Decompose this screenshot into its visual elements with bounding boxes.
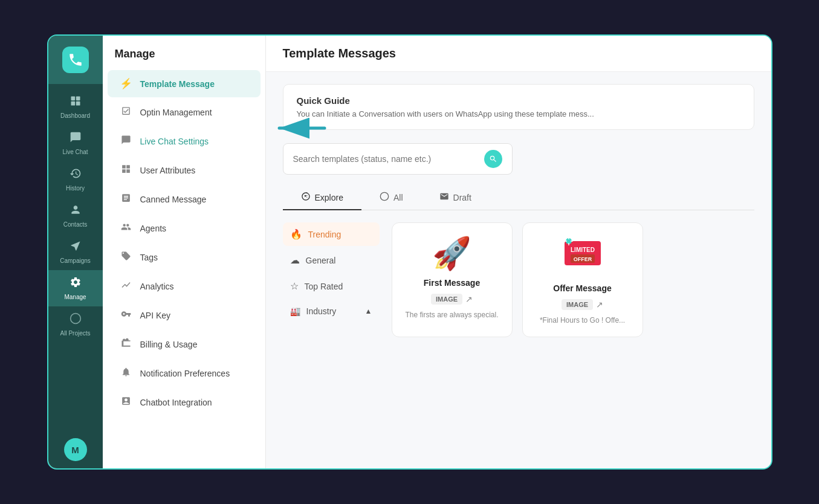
search-button[interactable] [484, 150, 502, 168]
sidebar-item-live-chat[interactable]: Live Chat [48, 125, 103, 161]
quick-guide-title: Quick Guide [297, 95, 740, 106]
tags-label: Tags [140, 253, 158, 262]
optin-icon [120, 106, 133, 119]
contacts-icon [70, 204, 82, 219]
menu-item-notification-prefs[interactable]: Notification Preferences [108, 360, 261, 387]
menu-item-chatbot-integration[interactable]: Chatbot Integration [108, 389, 261, 416]
notification-icon [120, 367, 133, 380]
general-label: General [306, 256, 336, 265]
agents-label: Agents [140, 224, 167, 233]
content-area: Template Messages Quick Guide You can In… [266, 36, 771, 468]
svg-rect-1 [76, 97, 80, 101]
app-logo-icon [62, 47, 89, 73]
template-message-icon: ⚡ [120, 77, 133, 90]
offer-message-link-icon[interactable]: ↗ [596, 300, 603, 309]
tab-explore[interactable]: Explore [283, 186, 361, 210]
filter-general[interactable]: ☁ General [283, 248, 380, 272]
notification-label: Notification Preferences [140, 369, 230, 378]
manage-menu-title: Manage [103, 48, 265, 70]
menu-item-analytics[interactable]: Analytics [108, 273, 261, 300]
campaigns-icon [70, 240, 82, 255]
user-attributes-label: User Attributes [140, 166, 196, 175]
filter-sidebar: 🔥 Trending ☁ General ☆ Top Rated 🏭 [283, 222, 380, 337]
dashboard-label: Dashboard [60, 112, 90, 119]
template-card-offer-message[interactable]: LIMITED OFFER Offer Me [522, 222, 643, 337]
menu-item-canned-message[interactable]: Canned Message [108, 186, 261, 213]
sidebar-logo[interactable] [48, 36, 103, 84]
menu-item-billing-usage[interactable]: Billing & Usage [108, 331, 261, 358]
search-input[interactable] [293, 154, 478, 164]
history-icon [70, 167, 82, 183]
live-chat-icon [70, 131, 82, 146]
sidebar-bottom: M [64, 438, 87, 468]
svg-point-4 [70, 314, 80, 324]
tab-all[interactable]: All [361, 186, 421, 210]
explore-tab-label: Explore [315, 193, 343, 202]
analytics-label: Analytics [140, 282, 174, 291]
svg-text:LIMITED: LIMITED [571, 247, 595, 253]
sidebar-item-contacts[interactable]: Contacts [48, 198, 103, 234]
sidebar-nav: Dashboard Live Chat History Contacts [48, 84, 103, 438]
top-rated-label: Top Rated [305, 282, 343, 291]
sidebar-item-manage[interactable]: Manage [48, 270, 103, 306]
search-bar [283, 143, 513, 175]
templates-section: 🔥 Trending ☁ General ☆ Top Rated 🏭 [283, 222, 754, 337]
offer-message-badge: IMAGE [562, 299, 593, 310]
quick-guide-box: Quick Guide You can Initiate a Conversat… [283, 84, 754, 130]
manage-icon [70, 276, 82, 291]
trending-label: Trending [308, 230, 342, 239]
analytics-icon [120, 280, 133, 293]
draft-tab-label: Draft [453, 193, 471, 202]
menu-item-agents[interactable]: Agents [108, 215, 261, 242]
template-card-first-message[interactable]: 🚀 First Message IMAGE ↗ The firsts are a… [392, 222, 513, 337]
sidebar-item-campaigns[interactable]: Campaigns [48, 234, 103, 270]
svg-rect-0 [71, 97, 75, 101]
user-avatar[interactable]: M [64, 438, 87, 461]
billing-icon [120, 338, 133, 351]
optin-label: Optin Management [140, 108, 212, 117]
sidebar: Dashboard Live Chat History Contacts [48, 36, 103, 468]
first-message-badge-row: IMAGE ↗ [431, 294, 473, 305]
filter-top-rated[interactable]: ☆ Top Rated [283, 274, 380, 298]
svg-rect-3 [76, 102, 80, 106]
canned-message-label: Canned Message [140, 195, 207, 204]
campaigns-label: Campaigns [60, 257, 91, 264]
menu-item-live-chat-settings[interactable]: Live Chat Settings [108, 128, 261, 155]
first-message-title: First Message [424, 278, 480, 288]
industry-label: Industry [306, 306, 337, 316]
top-rated-icon: ☆ [290, 280, 299, 292]
agents-icon [120, 222, 133, 235]
sidebar-item-history[interactable]: History [48, 161, 103, 198]
pointer-arrow [267, 113, 328, 143]
chatbot-icon [120, 396, 133, 409]
quick-guide-text: You can Initiate a Conversation with use… [297, 109, 740, 118]
offer-message-badge-row: IMAGE ↗ [562, 299, 603, 310]
offer-message-title: Offer Message [553, 283, 611, 293]
tab-draft[interactable]: Draft [421, 186, 490, 210]
first-message-link-icon[interactable]: ↗ [465, 294, 473, 304]
svg-rect-2 [71, 102, 75, 106]
industry-chevron-icon: ▲ [365, 307, 372, 315]
explore-tab-icon [301, 192, 311, 203]
history-label: History [66, 185, 85, 192]
sidebar-item-all-projects[interactable]: All Projects [48, 306, 103, 343]
template-cards: 🚀 First Message IMAGE ↗ The firsts are a… [380, 222, 754, 337]
filter-trending[interactable]: 🔥 Trending [283, 222, 380, 246]
first-message-emoji: 🚀 [432, 235, 471, 272]
chatbot-label: Chatbot Integration [140, 398, 212, 407]
content-body: Quick Guide You can Initiate a Conversat… [266, 72, 771, 468]
industry-icon: 🏭 [290, 306, 300, 316]
contacts-label: Contacts [63, 221, 87, 228]
sidebar-item-dashboard[interactable]: Dashboard [48, 89, 103, 125]
menu-item-tags[interactable]: Tags [108, 244, 261, 271]
menu-item-api-key[interactable]: API Key [108, 302, 261, 329]
menu-item-user-attributes[interactable]: User Attributes [108, 157, 261, 184]
tabs-row: Explore All Draft [283, 186, 754, 210]
menu-item-optin-management[interactable]: Optin Management [108, 99, 261, 126]
trending-icon: 🔥 [290, 228, 302, 240]
general-icon: ☁ [290, 254, 300, 266]
filter-industry[interactable]: 🏭 Industry ▲ [283, 300, 380, 322]
first-message-desc: The firsts are always special. [405, 311, 498, 319]
menu-item-template-message[interactable]: ⚡ Template Message [108, 70, 261, 97]
dashboard-icon [70, 95, 82, 110]
